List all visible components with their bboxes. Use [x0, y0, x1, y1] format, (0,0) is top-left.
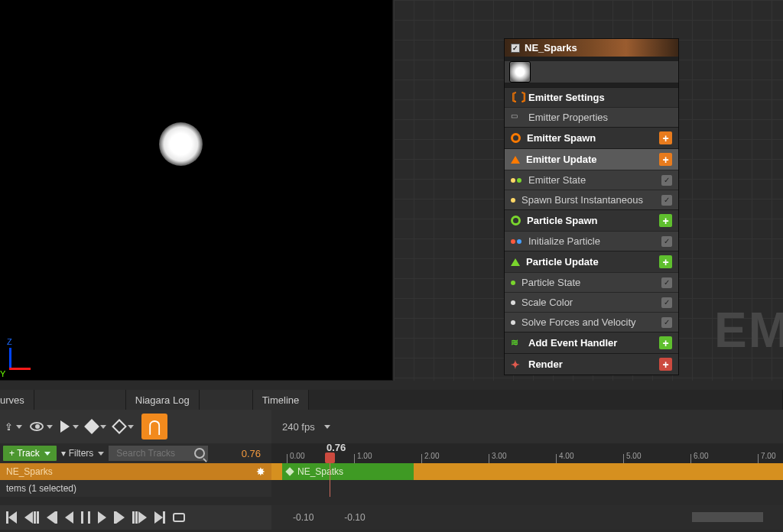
- playhead-handle[interactable]: [325, 453, 335, 463]
- step-back-section-button[interactable]: [24, 511, 39, 524]
- section-particle-update[interactable]: Particle Update+: [505, 251, 678, 272]
- visibility-icon[interactable]: [30, 422, 53, 431]
- section-emitter-settings[interactable]: 〘〙Emitter Settings: [505, 87, 678, 107]
- step-back-button[interactable]: [47, 511, 57, 524]
- range-end[interactable]: -0.10: [344, 512, 365, 523]
- search-input[interactable]: [112, 446, 194, 461]
- ruler-tick: [758, 454, 759, 463]
- section-label: Emitter Update: [526, 154, 653, 165]
- add-module-button[interactable]: +: [659, 255, 672, 268]
- emitter-title-bar[interactable]: ✓ NE_Sparks: [505, 39, 678, 57]
- module-checkbox[interactable]: ✓: [661, 195, 672, 206]
- ruler-label: 2.00: [424, 452, 439, 460]
- current-time[interactable]: 0.76: [242, 448, 268, 459]
- ruler-tick: [556, 454, 557, 463]
- track-row-emitter[interactable]: NE_Sparks ✸: [0, 463, 271, 480]
- clip-label: NE_Spatks: [297, 466, 343, 477]
- cpu-icon: ▭: [511, 112, 522, 123]
- track-controls: + Track ▾ Filters 0.76: [0, 443, 271, 463]
- particle-update-icon: [511, 258, 520, 266]
- goto-end-button[interactable]: [154, 511, 165, 524]
- ruler-tick: [354, 454, 355, 463]
- module-checkbox[interactable]: ✓: [661, 236, 672, 247]
- add-track-button[interactable]: + Track: [3, 446, 57, 461]
- section-emitter-spawn[interactable]: Emitter Spawn+: [505, 127, 678, 148]
- preview-viewport[interactable]: Y: [0, 0, 393, 381]
- pause-button[interactable]: [81, 511, 90, 524]
- search-icon[interactable]: [194, 448, 205, 459]
- axis-y-label: Y: [0, 369, 5, 378]
- module-label: Initialize Particle: [528, 235, 655, 247]
- section-emitter-update[interactable]: Emitter Update+: [505, 148, 678, 170]
- timeline-scrollbar[interactable]: [692, 512, 763, 522]
- spawn-icon: [511, 133, 521, 143]
- step-fwd-button[interactable]: [114, 511, 125, 524]
- track-list: NE_Sparks ✸ tems (1 selected): [0, 463, 271, 497]
- fps-caret-icon[interactable]: [324, 425, 330, 429]
- tab-curves[interactable]: urves: [0, 390, 34, 410]
- module-emitter-properties[interactable]: ▭Emitter Properties: [505, 107, 678, 127]
- play-button[interactable]: [98, 511, 106, 524]
- playhead-line: [330, 463, 330, 497]
- dot-icon: [511, 320, 515, 325]
- tab-niagara-log[interactable]: Niagara Log: [126, 390, 200, 410]
- section-label: Particle Update: [526, 256, 653, 268]
- track-selection-info: tems (1 selected): [0, 480, 271, 497]
- goto-start-button[interactable]: [6, 511, 17, 524]
- playhead-label: 0.76: [327, 442, 346, 453]
- module-spawn-burst-instantaneous[interactable]: Spawn Burst Instantaneous✓: [505, 190, 678, 209]
- emitter-settings-icon: 〘〙: [511, 92, 522, 103]
- emitter-thumb-row: [505, 61, 678, 83]
- timeline-ruler[interactable]: 0.76 0.001.002.003.004.005.006.007.00: [271, 443, 783, 463]
- particle-preview: [159, 122, 203, 166]
- module-label: Spawn Burst Instantaneous: [521, 194, 655, 206]
- step-fwd-section-button[interactable]: [132, 511, 147, 524]
- emitter-enable-checkbox[interactable]: ✓: [511, 44, 520, 53]
- add-module-button[interactable]: +: [659, 131, 672, 144]
- module-particle-state[interactable]: Particle State✓: [505, 272, 678, 292]
- section-label: Emitter Settings: [528, 92, 672, 103]
- ruler-label: 3.00: [492, 452, 506, 460]
- add-module-button[interactable]: +: [659, 153, 672, 166]
- play-icon[interactable]: [60, 420, 79, 433]
- loop-button[interactable]: [173, 513, 185, 522]
- key-filled-icon[interactable]: [86, 421, 106, 432]
- tab-spacer-1: [34, 390, 126, 410]
- add-module-button[interactable]: +: [659, 214, 672, 227]
- ruler-label: 1.00: [357, 452, 372, 460]
- range-start[interactable]: -0.10: [293, 512, 314, 523]
- fps-label[interactable]: 240 fps: [282, 421, 315, 433]
- clip-ne-sparks[interactable]: NE_Spatks: [282, 463, 414, 480]
- module-initialize-particle[interactable]: Initialize Particle✓: [505, 231, 678, 251]
- module-checkbox[interactable]: ✓: [661, 277, 672, 288]
- emitter-thumbnail[interactable]: [509, 61, 531, 83]
- dot-icon: [511, 281, 515, 285]
- section-particle-spawn[interactable]: Particle Spawn+: [505, 209, 678, 231]
- add-module-button[interactable]: +: [659, 358, 672, 371]
- section-label: Add Event Handler: [528, 337, 653, 349]
- share-icon[interactable]: ⇪: [5, 421, 22, 433]
- search-wrap: [109, 446, 208, 461]
- module-emitter-state[interactable]: Emitter State✓: [505, 170, 678, 190]
- track-name: NE_Sparks: [6, 466, 53, 477]
- filters-button[interactable]: ▾ Filters: [61, 448, 105, 459]
- transport-bar: [0, 505, 271, 530]
- timeline-header: 240 fps: [271, 410, 783, 443]
- ruler-tick: [690, 454, 691, 463]
- section-add-event-handler[interactable]: ≋Add Event Handler+: [505, 332, 678, 353]
- module-checkbox[interactable]: ✓: [661, 175, 672, 186]
- snap-magnet-button[interactable]: ⋂: [141, 414, 167, 440]
- dots-icon: [511, 178, 522, 183]
- module-checkbox[interactable]: ✓: [661, 297, 672, 308]
- add-module-button[interactable]: +: [659, 336, 672, 349]
- module-scale-color[interactable]: Scale Color✓: [505, 292, 678, 312]
- tab-spacer-3: [309, 390, 783, 410]
- bottom-tabs: urves Niagara Log Timeline: [0, 390, 783, 410]
- module-solve-forces-and-velocity[interactable]: Solve Forces and Velocity✓: [505, 312, 678, 332]
- section-render[interactable]: ✦Render+: [505, 353, 678, 375]
- tab-timeline[interactable]: Timeline: [253, 390, 310, 410]
- key-outline-icon[interactable]: [114, 421, 134, 432]
- reverse-button[interactable]: [65, 511, 73, 524]
- event-icon: ≋: [511, 337, 522, 349]
- module-checkbox[interactable]: ✓: [661, 317, 672, 328]
